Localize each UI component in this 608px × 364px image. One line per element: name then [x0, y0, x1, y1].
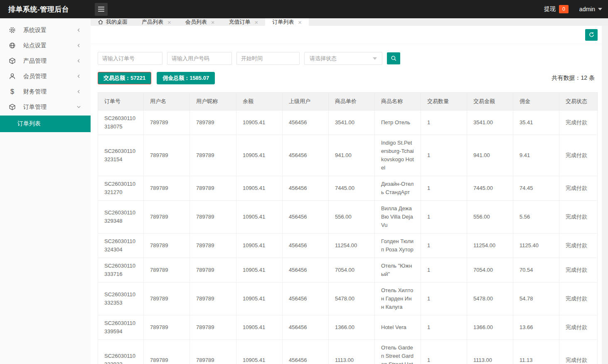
tab-label: 会员列表: [185, 18, 207, 26]
cell-order-no: SC26030110318075: [98, 111, 144, 135]
cell-product-name: Indigo St.Petersburg-Tchaikovskogo Hotel: [375, 135, 421, 176]
cell-product-name: Отель Хилтон Гарден Инн Калуга: [375, 283, 421, 315]
table-row: SC2603011031807578978978978910905.414564…: [98, 111, 598, 135]
col-product-name: 商品名称: [375, 93, 421, 111]
refresh-button[interactable]: [585, 29, 598, 41]
cell-unit-price: 7054.00: [329, 258, 375, 283]
sidebar-subitem-label: 订单列表: [17, 120, 41, 128]
col-order-no: 订单号: [98, 93, 144, 111]
cell-unit-price: 11254.00: [329, 234, 375, 258]
sidebar-item-product-management[interactable]: 产品管理: [0, 53, 91, 69]
content-card: 请选择状态 交易总额：57221 佣金总额：1585.07: [91, 26, 602, 364]
sidebar-item-system-settings[interactable]: 系统设置: [0, 22, 91, 38]
cell-balance: 10905.41: [236, 283, 283, 315]
cell-order-no: SC26030110333932: [98, 340, 144, 364]
cell-nickname: 789789: [190, 135, 236, 176]
cell-product-name: Отель "Южный": [375, 258, 421, 283]
close-icon[interactable]: ×: [167, 19, 171, 25]
table-row: SC2603011032934878978978978910905.414564…: [98, 201, 598, 234]
cell-parent-user: 456456: [283, 283, 329, 315]
table-row: SC2603011032315478978978978910905.414564…: [98, 135, 598, 176]
main-area: 我的桌面 产品列表 × 会员列表 × 充值订单 × 订单列表 ×: [91, 18, 608, 364]
user-menu[interactable]: admin: [579, 6, 602, 12]
withdraw-link[interactable]: 提现 0: [544, 5, 569, 13]
chevron-down-icon: [76, 104, 81, 110]
cell-order-no: SC26030110332353: [98, 283, 144, 315]
sidebar-item-order-management[interactable]: 订单管理: [0, 99, 91, 115]
cell-product-name: Hotel Vera: [375, 315, 421, 340]
cell-product-name: Петр Отель: [375, 111, 421, 135]
commission-total-button[interactable]: 佣金总额：1585.07: [157, 72, 215, 84]
table-row: SC2603011033235378978978978910905.414564…: [98, 283, 598, 315]
cell-parent-user: 456456: [283, 176, 329, 201]
cell-amount: 556.00: [467, 201, 513, 234]
cube-icon: [9, 103, 16, 111]
cell-unit-price: 1366.00: [329, 315, 375, 340]
user-icon: [9, 73, 16, 80]
table-header-row: 订单号 用户名 用户昵称 余额 上级用户 商品单价 商品名称 交易数量 交易金额…: [98, 93, 598, 111]
close-icon[interactable]: ×: [211, 19, 215, 25]
cell-parent-user: 456456: [283, 201, 329, 234]
transaction-total-button[interactable]: 交易总额：57221: [98, 72, 151, 84]
chevron-left-icon: [76, 58, 81, 64]
cell-commission: 9.41: [513, 135, 559, 176]
tab-member-list[interactable]: 会员列表 ×: [178, 18, 222, 26]
cell-amount: 3541.00: [467, 111, 513, 135]
sidebar-item-site-settings[interactable]: 站点设置: [0, 38, 91, 53]
cell-quantity: 1: [421, 234, 467, 258]
sidebar-toggle-button[interactable]: [95, 3, 108, 16]
cell-username: 789789: [144, 340, 190, 364]
user-no-input[interactable]: [167, 52, 232, 65]
cell-username: 789789: [144, 258, 190, 283]
cell-amount: 941.00: [467, 135, 513, 176]
sidebar-item-member-management[interactable]: 会员管理: [0, 69, 91, 84]
cell-unit-price: 556.00: [329, 201, 375, 234]
content-toolbar: [91, 26, 602, 44]
cell-balance: 10905.41: [236, 176, 283, 201]
gear-icon: [9, 27, 16, 34]
cell-nickname: 789789: [190, 201, 236, 234]
cell-commission: 11.13: [513, 340, 559, 364]
cell-quantity: 1: [421, 258, 467, 283]
tab-product-list[interactable]: 产品列表 ×: [135, 18, 178, 26]
tab-recharge-orders[interactable]: 充值订单 ×: [222, 18, 266, 26]
cell-quantity: 1: [421, 176, 467, 201]
sidebar-item-label: 产品管理: [23, 57, 47, 65]
order-no-input[interactable]: [98, 52, 162, 65]
cell-order-no: SC26030110321270: [98, 176, 144, 201]
sidebar-item-finance-management[interactable]: $ 财务管理: [0, 84, 91, 99]
cell-nickname: 789789: [190, 176, 236, 201]
search-icon: [391, 55, 397, 61]
cell-amount: 7445.00: [467, 176, 513, 201]
cell-quantity: 1: [421, 283, 467, 315]
withdraw-count-badge: 0: [559, 5, 569, 13]
col-quantity: 交易数量: [421, 93, 467, 111]
col-unit-price: 商品单价: [329, 93, 375, 111]
cell-username: 789789: [144, 135, 190, 176]
table-row: SC2603011032127078978978978910905.414564…: [98, 176, 598, 201]
start-time-input[interactable]: [236, 52, 300, 65]
cell-product-name: Дизайн-Отель СтандАрт: [375, 176, 421, 201]
sidebar-subitem-order-list[interactable]: 订单列表: [0, 116, 91, 132]
cell-nickname: 789789: [190, 340, 236, 364]
cell-balance: 10905.41: [236, 315, 283, 340]
cell-commission: 54.78: [513, 283, 559, 315]
cell-commission: 5.56: [513, 201, 559, 234]
cell-nickname: 789789: [190, 234, 236, 258]
close-icon[interactable]: ×: [255, 19, 258, 25]
tab-order-list[interactable]: 订单列表 ×: [265, 18, 309, 26]
cell-amount: 11254.00: [467, 234, 513, 258]
cell-status: 完成付款: [559, 258, 598, 283]
refresh-icon: [588, 32, 595, 38]
cell-balance: 10905.41: [236, 135, 283, 176]
sidebar-item-label: 系统设置: [23, 27, 47, 34]
tab-desktop[interactable]: 我的桌面: [91, 18, 135, 26]
cell-order-no: SC26030110324304: [98, 234, 144, 258]
sidebar: 系统设置 站点设置 产品管理: [0, 18, 91, 364]
close-icon[interactable]: ×: [298, 19, 302, 25]
status-select[interactable]: 请选择状态: [304, 52, 382, 65]
search-button[interactable]: [387, 52, 400, 64]
cell-status: 完成付款: [559, 135, 598, 176]
cell-commission: 74.45: [513, 176, 559, 201]
cell-username: 789789: [144, 111, 190, 135]
